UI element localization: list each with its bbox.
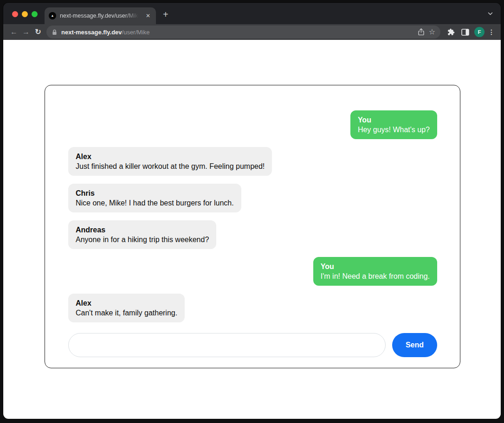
url-path: /user/Mike [122, 29, 150, 36]
browser-menu-icon[interactable]: ⋮ [487, 28, 496, 36]
lock-icon [52, 29, 57, 35]
message-sender: You [358, 115, 430, 125]
browser-tab[interactable]: ▲ next-message.fly.dev/user/Mike ✕ [45, 7, 156, 24]
message-text: Hey guys! What's up? [358, 126, 430, 134]
forward-button[interactable]: → [20, 28, 32, 36]
message-text: Nice one, Mike! I had the best burgers f… [76, 199, 234, 207]
extensions-puzzle-icon[interactable] [444, 28, 458, 36]
url-text: next-message.fly.dev/user/Mike [61, 29, 150, 36]
message-sender: Alex [76, 298, 177, 308]
browser-window: ▲ next-message.fly.dev/user/Mike ✕ + ← →… [3, 3, 501, 419]
chat-message-row: YouHey guys! What's up? [68, 110, 437, 139]
browser-toolbar: ← → ↻ next-message.fly.dev/user/Mike ☆ F… [3, 24, 501, 40]
chat-message-row: YouI'm in! Need a break from coding. [68, 257, 437, 286]
page-content: YouHey guys! What's up? AlexJust finishe… [3, 40, 501, 419]
traffic-lights [12, 11, 38, 17]
chat-card: YouHey guys! What's up? AlexJust finishe… [45, 85, 460, 368]
minimize-window-button[interactable] [22, 11, 28, 17]
tab-favicon-icon: ▲ [49, 12, 56, 19]
reload-button[interactable]: ↻ [32, 28, 44, 36]
side-panel-icon[interactable] [458, 29, 472, 36]
chat-message-row: AlexJust finished a killer workout at th… [68, 147, 437, 176]
message-text: I'm in! Need a break from coding. [321, 272, 430, 280]
send-button[interactable]: Send [392, 333, 437, 357]
profile-avatar[interactable]: F [474, 27, 485, 37]
close-window-button[interactable] [12, 11, 18, 17]
tab-title: next-message.fly.dev/user/Mike [60, 13, 141, 19]
chat-message-row: AndreasAnyone in for a hiking trip this … [68, 220, 437, 249]
message-text: Anyone in for a hiking trip this weekend… [76, 236, 209, 244]
chat-message-row: AlexCan't make it, family gathering. [68, 294, 437, 322]
url-host: next-message.fly.dev [61, 29, 122, 36]
share-icon[interactable] [418, 28, 425, 36]
tab-close-icon[interactable]: ✕ [145, 12, 151, 19]
bookmark-star-icon[interactable]: ☆ [429, 28, 435, 36]
message-text: Can't make it, family gathering. [76, 309, 177, 317]
message-sender: Andreas [76, 225, 209, 235]
chat-message-bubble: YouI'm in! Need a break from coding. [313, 257, 437, 286]
chat-message-bubble: AndreasAnyone in for a hiking trip this … [68, 220, 216, 249]
chat-message-row: ChrisNice one, Mike! I had the best burg… [68, 184, 437, 212]
zoom-window-button[interactable] [32, 11, 38, 17]
chat-message-bubble: AlexJust finished a killer workout at th… [68, 147, 272, 176]
message-sender: You [321, 262, 430, 271]
address-bar[interactable]: next-message.fly.dev/user/Mike ☆ [46, 26, 440, 38]
back-button[interactable]: ← [8, 28, 20, 36]
chat-message-bubble: YouHey guys! What's up? [350, 110, 437, 139]
new-tab-button[interactable]: + [163, 10, 168, 19]
message-sender: Alex [76, 152, 265, 161]
tab-search-chevron-icon[interactable] [487, 11, 493, 17]
composer: Send [68, 333, 437, 357]
message-text: Just finished a killer workout at the gy… [76, 162, 265, 170]
message-sender: Chris [76, 188, 234, 198]
message-input[interactable] [68, 333, 386, 357]
chat-message-bubble: AlexCan't make it, family gathering. [68, 294, 185, 322]
message-list: YouHey guys! What's up? AlexJust finishe… [68, 110, 437, 322]
chat-message-bubble: ChrisNice one, Mike! I had the best burg… [68, 184, 241, 212]
tab-strip: ▲ next-message.fly.dev/user/Mike ✕ + [3, 3, 501, 24]
